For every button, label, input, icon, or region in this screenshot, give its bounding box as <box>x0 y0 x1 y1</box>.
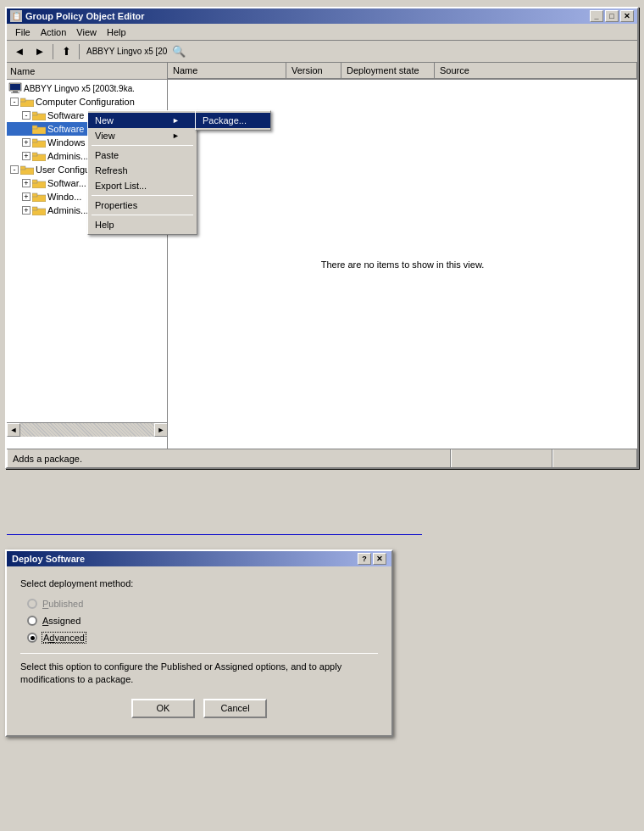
toolbar: ◄ ► ⬆ ABBYY Lingvo x5 [2003t.9ka.tut] P … <box>7 41 637 63</box>
svg-rect-2 <box>13 91 18 92</box>
deploy-prompt: Select deployment method: <box>20 578 378 588</box>
radio-advanced[interactable]: Advanced <box>27 633 378 643</box>
col-header-source[interactable]: Source <box>435 63 637 78</box>
folder-icon-3 <box>32 137 46 148</box>
col-header-deployment[interactable]: Deployment state <box>341 63 435 78</box>
submenu-arrow-2: ► <box>172 131 180 140</box>
expand-icon-5[interactable]: - <box>10 165 19 174</box>
tree-item-admin-templates2-label: Adminis... <box>47 205 88 215</box>
computer-icon <box>8 82 22 94</box>
expand-icon-2[interactable]: - <box>22 111 31 120</box>
expand-icon[interactable]: - <box>10 98 19 106</box>
deploy-title-bar: Deploy Software ? ✕ <box>7 551 391 566</box>
radio-circle-published[interactable] <box>27 599 37 609</box>
ctx-refresh[interactable]: Refresh <box>88 163 197 178</box>
empty-message: There are no items to show in this view. <box>321 259 485 270</box>
expand-icon-3[interactable]: + <box>22 138 31 147</box>
app-icon: 📋 <box>10 10 22 22</box>
expand-icon-7[interactable]: + <box>22 192 31 201</box>
radio-circle-assigned[interactable] <box>27 616 37 626</box>
scroll-right[interactable]: ► <box>154 423 168 437</box>
show-hide-button[interactable]: ABBYY Lingvo x5 [2003t.9ka.tut] P <box>83 43 168 60</box>
expand-icon-6[interactable]: + <box>22 179 31 187</box>
svg-rect-3 <box>11 92 19 93</box>
svg-rect-19 <box>32 193 37 197</box>
up-button[interactable]: ⬆ <box>57 43 75 60</box>
h-scrollbar[interactable]: ◄ ► <box>7 422 168 436</box>
back-button[interactable]: ◄ <box>10 43 29 60</box>
ctx-view[interactable]: View ► <box>88 128 197 143</box>
svg-rect-7 <box>32 112 37 115</box>
folder-icon-4 <box>32 151 46 161</box>
expand-icon-8[interactable]: + <box>22 206 31 215</box>
gpo-window: 📋 Group Policy Object Editor _ □ ✕ File … <box>5 7 639 469</box>
radio-circle-advanced[interactable] <box>27 633 37 643</box>
minimize-button[interactable]: _ <box>590 10 603 22</box>
status-pane-3 <box>552 449 637 467</box>
toolbar-sep-1 <box>53 44 53 59</box>
divider-line <box>7 534 422 535</box>
tree-item-admin-templates-label: Adminis... <box>47 151 88 161</box>
ctx-properties[interactable]: Properties <box>88 198 197 213</box>
ctx-paste[interactable]: Paste <box>88 148 197 163</box>
svg-rect-9 <box>32 125 37 129</box>
ctx-help[interactable]: Help <box>88 217 197 232</box>
cancel-button[interactable]: Cancel <box>203 699 267 718</box>
submenu-arrow: ► <box>172 116 180 125</box>
svg-rect-17 <box>32 180 37 183</box>
tree-item-root[interactable]: ABBYY Lingvo x5 [2003t.9ka.tut] P <box>7 81 167 95</box>
close-button[interactable]: ✕ <box>620 10 634 22</box>
toolbar-icon-1[interactable]: 🔍 <box>169 43 188 60</box>
dialog-buttons: OK Cancel <box>20 699 378 727</box>
deploy-body: Select deployment method: Published Assi… <box>7 566 391 735</box>
menu-file[interactable]: File <box>10 25 36 39</box>
col-header-name[interactable]: Name <box>168 63 286 78</box>
status-bar: Adds a package. <box>7 449 637 467</box>
svg-rect-5 <box>20 98 25 102</box>
tree-item-software-settings2-label: Softwar... <box>47 178 86 188</box>
deploy-dialog: Deploy Software ? ✕ Select deployment me… <box>5 549 393 737</box>
scroll-track[interactable] <box>20 423 154 437</box>
ctx-export[interactable]: Export List... <box>88 178 197 193</box>
radio-published[interactable]: Published <box>27 599 378 609</box>
submenu-new: Package... <box>195 110 271 131</box>
deploy-help-button[interactable]: ? <box>358 553 371 565</box>
deploy-title-controls: ? ✕ <box>358 553 386 565</box>
title-controls: _ □ ✕ <box>590 10 634 22</box>
ctx-new[interactable]: New ► <box>88 113 197 128</box>
folder-icon-5 <box>20 165 34 175</box>
ctx-sep-2 <box>92 195 193 196</box>
menu-bar: File Action View Help <box>7 24 637 41</box>
right-body: There are no items to show in this view. <box>168 80 637 449</box>
svg-rect-13 <box>32 153 37 156</box>
deploy-close-button[interactable]: ✕ <box>373 553 386 565</box>
scroll-left[interactable]: ◄ <box>7 423 20 437</box>
expand-icon-4[interactable]: + <box>22 152 31 160</box>
col-header-version[interactable]: Version <box>286 63 341 78</box>
deploy-description: Select this option to configure the Publ… <box>20 661 378 687</box>
folder-icon-2 <box>32 110 46 120</box>
svg-rect-1 <box>10 84 20 90</box>
folder-icon-8 <box>32 205 46 215</box>
tree-item-computer-config[interactable]: - Computer Configuration <box>7 95 167 109</box>
menu-help[interactable]: Help <box>102 25 131 39</box>
status-pane-2 <box>451 449 552 467</box>
submenu-package[interactable]: Package... <box>196 113 270 128</box>
ctx-sep-3 <box>92 215 193 215</box>
tree-item-root-label: ABBYY Lingvo x5 [2003t.9ka.tut] P <box>24 84 134 93</box>
svg-rect-11 <box>32 139 37 142</box>
forward-button[interactable]: ► <box>31 43 49 60</box>
folder-icon <box>20 97 34 107</box>
deploy-title-left: Deploy Software <box>12 554 85 564</box>
radio-label-published: Published <box>42 599 83 609</box>
column-header: Name Version Deployment state Source <box>168 63 637 80</box>
toolbar-sep-2 <box>79 44 80 59</box>
radio-assigned[interactable]: Assigned <box>27 616 378 626</box>
menu-action[interactable]: Action <box>36 25 72 39</box>
radio-label-assigned: Assigned <box>42 616 80 626</box>
maximize-button[interactable]: □ <box>605 10 619 22</box>
tree-header-label: Name <box>10 66 35 76</box>
ctx-sep-1 <box>92 145 193 146</box>
menu-view[interactable]: View <box>71 25 102 39</box>
ok-button[interactable]: OK <box>131 699 195 718</box>
